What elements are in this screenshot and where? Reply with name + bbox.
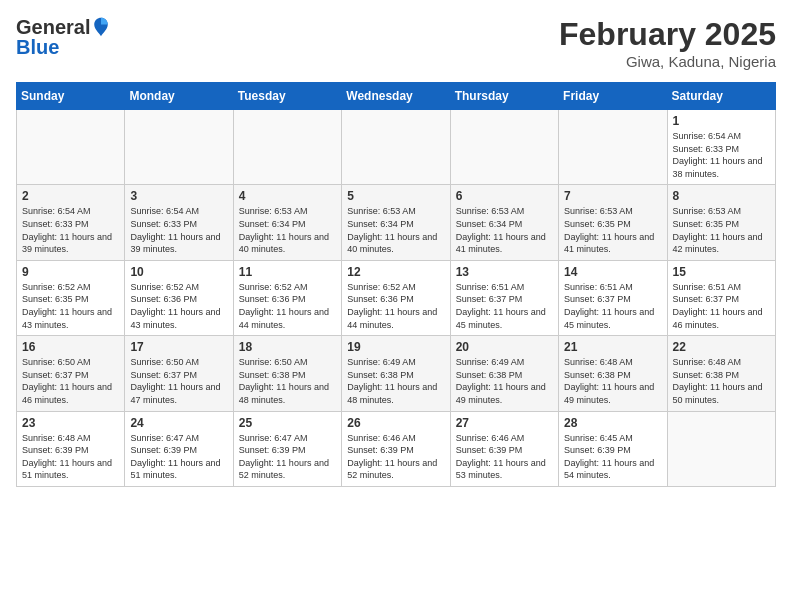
calendar-cell xyxy=(125,110,233,185)
day-info: Sunrise: 6:53 AM Sunset: 6:34 PM Dayligh… xyxy=(239,205,336,255)
calendar-cell: 8Sunrise: 6:53 AM Sunset: 6:35 PM Daylig… xyxy=(667,185,775,260)
day-info: Sunrise: 6:49 AM Sunset: 6:38 PM Dayligh… xyxy=(347,356,444,406)
calendar-cell: 22Sunrise: 6:48 AM Sunset: 6:38 PM Dayli… xyxy=(667,336,775,411)
day-info: Sunrise: 6:46 AM Sunset: 6:39 PM Dayligh… xyxy=(456,432,553,482)
day-info: Sunrise: 6:54 AM Sunset: 6:33 PM Dayligh… xyxy=(130,205,227,255)
day-info: Sunrise: 6:52 AM Sunset: 6:36 PM Dayligh… xyxy=(239,281,336,331)
calendar-cell: 15Sunrise: 6:51 AM Sunset: 6:37 PM Dayli… xyxy=(667,260,775,335)
day-number: 18 xyxy=(239,340,336,354)
day-info: Sunrise: 6:50 AM Sunset: 6:38 PM Dayligh… xyxy=(239,356,336,406)
day-info: Sunrise: 6:48 AM Sunset: 6:38 PM Dayligh… xyxy=(564,356,661,406)
day-info: Sunrise: 6:45 AM Sunset: 6:39 PM Dayligh… xyxy=(564,432,661,482)
calendar-week-row: 1Sunrise: 6:54 AM Sunset: 6:33 PM Daylig… xyxy=(17,110,776,185)
calendar-cell: 28Sunrise: 6:45 AM Sunset: 6:39 PM Dayli… xyxy=(559,411,667,486)
day-info: Sunrise: 6:54 AM Sunset: 6:33 PM Dayligh… xyxy=(22,205,119,255)
day-number: 8 xyxy=(673,189,770,203)
day-info: Sunrise: 6:48 AM Sunset: 6:39 PM Dayligh… xyxy=(22,432,119,482)
day-number: 14 xyxy=(564,265,661,279)
day-info: Sunrise: 6:54 AM Sunset: 6:33 PM Dayligh… xyxy=(673,130,770,180)
calendar-week-row: 23Sunrise: 6:48 AM Sunset: 6:39 PM Dayli… xyxy=(17,411,776,486)
calendar-cell: 17Sunrise: 6:50 AM Sunset: 6:37 PM Dayli… xyxy=(125,336,233,411)
calendar-header-tuesday: Tuesday xyxy=(233,83,341,110)
day-info: Sunrise: 6:52 AM Sunset: 6:35 PM Dayligh… xyxy=(22,281,119,331)
calendar-cell: 2Sunrise: 6:54 AM Sunset: 6:33 PM Daylig… xyxy=(17,185,125,260)
day-info: Sunrise: 6:53 AM Sunset: 6:35 PM Dayligh… xyxy=(673,205,770,255)
day-info: Sunrise: 6:52 AM Sunset: 6:36 PM Dayligh… xyxy=(347,281,444,331)
calendar-cell: 26Sunrise: 6:46 AM Sunset: 6:39 PM Dayli… xyxy=(342,411,450,486)
calendar-header-wednesday: Wednesday xyxy=(342,83,450,110)
day-info: Sunrise: 6:51 AM Sunset: 6:37 PM Dayligh… xyxy=(456,281,553,331)
calendar-cell: 21Sunrise: 6:48 AM Sunset: 6:38 PM Dayli… xyxy=(559,336,667,411)
day-number: 23 xyxy=(22,416,119,430)
calendar-cell xyxy=(450,110,558,185)
calendar-cell: 13Sunrise: 6:51 AM Sunset: 6:37 PM Dayli… xyxy=(450,260,558,335)
day-info: Sunrise: 6:53 AM Sunset: 6:34 PM Dayligh… xyxy=(347,205,444,255)
calendar-header-sunday: Sunday xyxy=(17,83,125,110)
calendar-week-row: 9Sunrise: 6:52 AM Sunset: 6:35 PM Daylig… xyxy=(17,260,776,335)
day-info: Sunrise: 6:47 AM Sunset: 6:39 PM Dayligh… xyxy=(239,432,336,482)
calendar-cell: 23Sunrise: 6:48 AM Sunset: 6:39 PM Dayli… xyxy=(17,411,125,486)
title-area: February 2025 Giwa, Kaduna, Nigeria xyxy=(559,16,776,70)
calendar-cell: 10Sunrise: 6:52 AM Sunset: 6:36 PM Dayli… xyxy=(125,260,233,335)
day-number: 9 xyxy=(22,265,119,279)
calendar-cell: 7Sunrise: 6:53 AM Sunset: 6:35 PM Daylig… xyxy=(559,185,667,260)
day-number: 16 xyxy=(22,340,119,354)
day-number: 22 xyxy=(673,340,770,354)
calendar-header-saturday: Saturday xyxy=(667,83,775,110)
calendar-header-row: SundayMondayTuesdayWednesdayThursdayFrid… xyxy=(17,83,776,110)
calendar-cell: 18Sunrise: 6:50 AM Sunset: 6:38 PM Dayli… xyxy=(233,336,341,411)
calendar-cell: 5Sunrise: 6:53 AM Sunset: 6:34 PM Daylig… xyxy=(342,185,450,260)
day-number: 10 xyxy=(130,265,227,279)
month-title: February 2025 xyxy=(559,16,776,53)
day-number: 13 xyxy=(456,265,553,279)
day-number: 1 xyxy=(673,114,770,128)
calendar-cell: 12Sunrise: 6:52 AM Sunset: 6:36 PM Dayli… xyxy=(342,260,450,335)
day-number: 15 xyxy=(673,265,770,279)
day-number: 19 xyxy=(347,340,444,354)
calendar-header-thursday: Thursday xyxy=(450,83,558,110)
logo-general-text: General xyxy=(16,16,90,38)
day-number: 12 xyxy=(347,265,444,279)
calendar-cell: 14Sunrise: 6:51 AM Sunset: 6:37 PM Dayli… xyxy=(559,260,667,335)
calendar-header-monday: Monday xyxy=(125,83,233,110)
day-number: 3 xyxy=(130,189,227,203)
header: General Blue February 2025 Giwa, Kaduna,… xyxy=(16,16,776,70)
location-subtitle: Giwa, Kaduna, Nigeria xyxy=(559,53,776,70)
day-info: Sunrise: 6:46 AM Sunset: 6:39 PM Dayligh… xyxy=(347,432,444,482)
day-number: 7 xyxy=(564,189,661,203)
calendar-cell: 27Sunrise: 6:46 AM Sunset: 6:39 PM Dayli… xyxy=(450,411,558,486)
day-number: 28 xyxy=(564,416,661,430)
calendar-cell xyxy=(559,110,667,185)
day-number: 4 xyxy=(239,189,336,203)
calendar-week-row: 2Sunrise: 6:54 AM Sunset: 6:33 PM Daylig… xyxy=(17,185,776,260)
day-number: 26 xyxy=(347,416,444,430)
calendar-cell: 19Sunrise: 6:49 AM Sunset: 6:38 PM Dayli… xyxy=(342,336,450,411)
day-info: Sunrise: 6:51 AM Sunset: 6:37 PM Dayligh… xyxy=(564,281,661,331)
calendar-cell: 24Sunrise: 6:47 AM Sunset: 6:39 PM Dayli… xyxy=(125,411,233,486)
calendar-week-row: 16Sunrise: 6:50 AM Sunset: 6:37 PM Dayli… xyxy=(17,336,776,411)
logo-blue-text: Blue xyxy=(16,36,59,58)
day-number: 21 xyxy=(564,340,661,354)
calendar-cell: 9Sunrise: 6:52 AM Sunset: 6:35 PM Daylig… xyxy=(17,260,125,335)
calendar-header-friday: Friday xyxy=(559,83,667,110)
day-info: Sunrise: 6:47 AM Sunset: 6:39 PM Dayligh… xyxy=(130,432,227,482)
logo: General Blue xyxy=(16,16,110,58)
day-info: Sunrise: 6:53 AM Sunset: 6:34 PM Dayligh… xyxy=(456,205,553,255)
calendar-cell xyxy=(17,110,125,185)
logo-bird-icon xyxy=(92,16,110,38)
calendar-cell: 16Sunrise: 6:50 AM Sunset: 6:37 PM Dayli… xyxy=(17,336,125,411)
calendar-cell xyxy=(342,110,450,185)
day-info: Sunrise: 6:53 AM Sunset: 6:35 PM Dayligh… xyxy=(564,205,661,255)
day-info: Sunrise: 6:50 AM Sunset: 6:37 PM Dayligh… xyxy=(22,356,119,406)
day-number: 6 xyxy=(456,189,553,203)
day-number: 17 xyxy=(130,340,227,354)
calendar-cell: 3Sunrise: 6:54 AM Sunset: 6:33 PM Daylig… xyxy=(125,185,233,260)
day-number: 5 xyxy=(347,189,444,203)
day-number: 27 xyxy=(456,416,553,430)
day-number: 2 xyxy=(22,189,119,203)
day-number: 25 xyxy=(239,416,336,430)
day-info: Sunrise: 6:49 AM Sunset: 6:38 PM Dayligh… xyxy=(456,356,553,406)
calendar-table: SundayMondayTuesdayWednesdayThursdayFrid… xyxy=(16,82,776,487)
calendar-cell xyxy=(233,110,341,185)
calendar-cell: 11Sunrise: 6:52 AM Sunset: 6:36 PM Dayli… xyxy=(233,260,341,335)
